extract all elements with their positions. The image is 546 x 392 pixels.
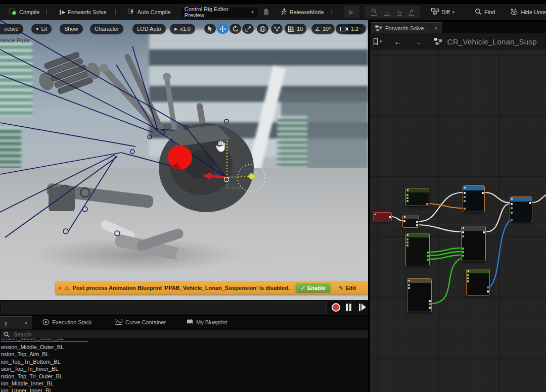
- playback-speed-button[interactable]: ▶x1.0: [170, 24, 195, 34]
- enable-button[interactable]: ✓ Enable: [296, 283, 331, 292]
- paste-icon[interactable]: [263, 9, 269, 16]
- search-input-container[interactable]: [1, 330, 374, 338]
- record-button[interactable]: [332, 303, 340, 312]
- diff-button[interactable]: Diff ▾: [431, 8, 454, 16]
- bookmark-button[interactable]: ▾: [373, 38, 382, 45]
- world-local-toggle[interactable]: [257, 24, 268, 34]
- pin[interactable]: [464, 200, 466, 202]
- pin[interactable]: [462, 255, 464, 257]
- pin[interactable]: [464, 196, 466, 198]
- pin[interactable]: [482, 192, 484, 194]
- select-tool-button[interactable]: [204, 24, 216, 34]
- hide-unrelated-button[interactable]: Hide Unre: [510, 9, 546, 16]
- snap-toggle[interactable]: [271, 24, 283, 34]
- pin[interactable]: [429, 307, 431, 309]
- pin[interactable]: [511, 212, 513, 214]
- pin[interactable]: [427, 255, 429, 257]
- list-item[interactable]: ion_Top_Tri_Bottom_BL: [1, 359, 61, 366]
- pin[interactable]: [511, 203, 513, 205]
- tab-my-blueprint[interactable]: My Blueprint: [182, 316, 232, 328]
- preview-mode-dropdown[interactable]: Control Rig Editor Preview ▾: [180, 6, 258, 18]
- step-forward-button[interactable]: [359, 304, 360, 311]
- back-button[interactable]: ←: [394, 37, 402, 46]
- blue-node-left[interactable]: [463, 185, 485, 212]
- step-out-icon[interactable]: ↱: [408, 9, 414, 16]
- pin[interactable]: [426, 203, 428, 205]
- list-item[interactable]: ion_Middle_Inner_BL: [1, 380, 54, 387]
- control-sphere[interactable]: [168, 145, 192, 170]
- grid-snap-button[interactable]: 10: [285, 24, 306, 34]
- solve-options-menu[interactable]: ⋮: [112, 9, 120, 16]
- debug-search-icon[interactable]: [371, 8, 377, 16]
- scale-tool-button[interactable]: [242, 24, 254, 34]
- pin[interactable]: [406, 244, 408, 247]
- play-debug-button[interactable]: ▶: [344, 6, 359, 18]
- pin[interactable]: [467, 280, 469, 282]
- pin[interactable]: [416, 221, 418, 223]
- camera-speed-button[interactable]: 1.2: [336, 24, 363, 34]
- pin[interactable]: [408, 287, 410, 289]
- step-into-icon[interactable]: ↳: [397, 9, 402, 16]
- tab-curve-container[interactable]: Curve Container: [110, 316, 170, 328]
- pin[interactable]: [416, 224, 418, 226]
- pin[interactable]: [483, 231, 485, 233]
- warning-close-icon[interactable]: ×: [58, 285, 61, 291]
- pin[interactable]: [464, 208, 466, 210]
- step-forward-triangle[interactable]: [361, 304, 366, 311]
- pin[interactable]: [408, 284, 410, 286]
- list-item[interactable]: nsion_Top_Aim_BL: [1, 351, 49, 358]
- forwards-solve-button[interactable]: ▶ Forwards Solve: [60, 9, 106, 15]
- node-graph[interactable]: [370, 50, 546, 392]
- pin[interactable]: [462, 231, 464, 233]
- dark-node-mid[interactable]: [461, 226, 486, 261]
- pin[interactable]: [464, 192, 466, 194]
- auto-compile-button[interactable]: Auto Compile: [128, 8, 171, 16]
- pause-button-bar2[interactable]: [349, 304, 351, 311]
- perspective-button[interactable]: ective: [0, 24, 23, 34]
- pin[interactable]: [406, 238, 408, 240]
- pin[interactable]: [467, 277, 469, 279]
- character-menu-button[interactable]: Character: [90, 24, 123, 34]
- gray-node-bottom[interactable]: [407, 278, 432, 312]
- pin[interactable]: [406, 200, 408, 202]
- lod-button[interactable]: LOD Auto: [132, 24, 166, 34]
- rotate-tool-button[interactable]: [230, 24, 241, 34]
- list-item[interactable]: nsion_Top_Tri_Outer_BL: [1, 373, 63, 380]
- pin[interactable]: [462, 248, 464, 250]
- pin[interactable]: [403, 220, 405, 222]
- pin[interactable]: [462, 251, 464, 253]
- move-tool-button[interactable]: [217, 24, 229, 34]
- green-node-top[interactable]: [405, 188, 429, 206]
- pin[interactable]: [487, 290, 489, 292]
- close-icon[interactable]: ×: [25, 320, 28, 326]
- search-input[interactable]: [13, 331, 338, 338]
- compile-button[interactable]: Compile: [9, 8, 39, 16]
- green-node-mid[interactable]: [405, 233, 430, 266]
- pin[interactable]: [487, 286, 489, 288]
- list-item[interactable]: ension_Middle_Outer_BL: [1, 344, 64, 351]
- pause-button[interactable]: [346, 304, 348, 311]
- blue-node-right[interactable]: [510, 197, 532, 222]
- release-mode-button[interactable]: ReleaseMode: [280, 8, 324, 16]
- forward-button[interactable]: →: [414, 37, 422, 46]
- timeline-track[interactable]: [2, 302, 327, 314]
- find-button[interactable]: Find: [475, 8, 495, 16]
- pin[interactable]: [389, 216, 391, 218]
- pin[interactable]: [406, 197, 408, 199]
- pin[interactable]: [462, 235, 464, 237]
- pin[interactable]: [429, 303, 431, 305]
- list-item-partial[interactable]: ension_Middle_Outer_BL: [1, 338, 88, 342]
- event-node[interactable]: [373, 212, 392, 221]
- pin[interactable]: [529, 202, 531, 204]
- pin[interactable]: [429, 300, 431, 302]
- green-node-right[interactable]: [466, 269, 490, 296]
- tab-execution-stack[interactable]: Execution Stack: [38, 316, 97, 328]
- pin[interactable]: [406, 194, 408, 196]
- pin[interactable]: [511, 207, 513, 209]
- pin[interactable]: [511, 219, 513, 221]
- get-node[interactable]: [402, 215, 419, 228]
- pin[interactable]: [467, 274, 469, 276]
- tab-y[interactable]: y×: [0, 316, 32, 329]
- breadcrumb[interactable]: CR_Vehicle_Lonan_Susp: [447, 37, 537, 46]
- list-item[interactable]: sion_Top_Tri_Inner_BL: [1, 366, 58, 373]
